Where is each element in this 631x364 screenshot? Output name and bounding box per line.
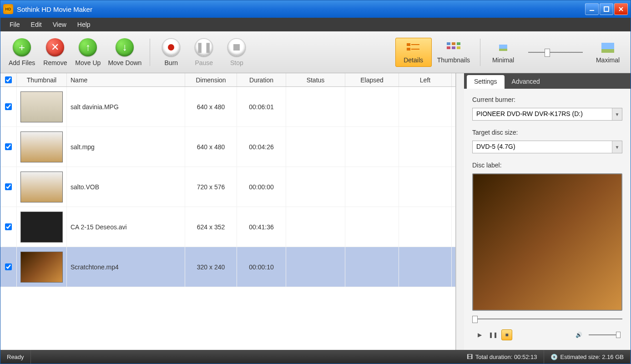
remove-button[interactable]: ✕ Remove: [39, 36, 71, 68]
svg-rect-9: [452, 42, 455, 45]
row-dimension: 320 x 240: [185, 247, 237, 287]
add-files-button[interactable]: ＋ Add Files: [5, 36, 39, 68]
row-status: [286, 247, 345, 287]
move-down-label: Move Down: [108, 59, 141, 66]
zoom-slider[interactable]: [528, 52, 583, 53]
row-checkbox[interactable]: [0, 207, 17, 247]
maximal-icon: [600, 41, 616, 55]
volume-slider[interactable]: [589, 334, 621, 335]
chevron-down-icon: ▼: [612, 108, 622, 120]
menu-help[interactable]: Help: [72, 19, 96, 30]
header-checkbox[interactable]: [0, 73, 17, 86]
pause-icon: ❚❚: [195, 38, 213, 56]
row-checkbox[interactable]: [0, 247, 17, 287]
menu-view[interactable]: View: [47, 19, 72, 30]
minimal-icon: [495, 41, 511, 55]
menubar: File Edit View Help: [0, 18, 631, 31]
view-minimal-button[interactable]: Minimal: [485, 38, 521, 66]
row-name: CA 2-15 Deseos.avi: [67, 207, 185, 247]
row-left: [399, 247, 452, 287]
details-icon: [405, 41, 422, 55]
stop-button[interactable]: Stop: [220, 36, 253, 68]
header-dimension[interactable]: Dimension: [185, 73, 237, 86]
move-down-button[interactable]: ↓ Move Down: [104, 36, 145, 68]
row-checkbox[interactable]: [0, 127, 17, 167]
tab-advanced[interactable]: Advanced: [505, 75, 547, 89]
status-duration: 🎞 Total duration: 00:52:13: [460, 350, 544, 364]
row-status: [286, 207, 345, 247]
table-row[interactable]: CA 2-15 Deseos.avi624 x 35200:41:36: [0, 207, 455, 247]
row-dimension: 640 x 480: [185, 87, 237, 126]
thumbnails-icon: [445, 41, 462, 55]
preview-pause-button[interactable]: ❚❚: [488, 329, 499, 340]
preview-stop-button[interactable]: ■: [501, 329, 512, 340]
header-name[interactable]: Name: [67, 73, 185, 86]
preview-play-button[interactable]: ▶: [474, 329, 485, 340]
disc-icon: 💿: [550, 354, 558, 360]
minimize-button[interactable]: [585, 3, 599, 15]
film-icon: 🎞: [467, 354, 473, 360]
header-left[interactable]: Left: [399, 73, 452, 86]
view-thumbnails-button[interactable]: Thumbnails: [432, 38, 475, 66]
row-elapsed: [345, 207, 399, 247]
row-duration: 00:41:36: [237, 207, 286, 247]
svg-rect-8: [447, 42, 450, 45]
table-body: salt davinia.MPG640 x 48000:06:01salt.mp…: [0, 87, 455, 350]
disc-size-label: Target disc size:: [472, 129, 622, 136]
row-name: Scratchtone.mp4: [67, 247, 185, 287]
row-elapsed: [345, 87, 399, 126]
view-details-button[interactable]: Details: [395, 38, 432, 67]
move-up-button[interactable]: ↑ Move Up: [71, 36, 104, 68]
add-files-label: Add Files: [9, 59, 35, 66]
app-title: Sothink HD Movie Maker: [17, 5, 584, 13]
file-table: Thumbnail Name Dimension Duration Status…: [0, 73, 456, 350]
table-row[interactable]: Scratchtone.mp4320 x 24000:00:10: [0, 247, 455, 287]
header-status[interactable]: Status: [286, 73, 345, 86]
x-icon: ✕: [46, 38, 64, 56]
header-thumbnail[interactable]: Thumbnail: [17, 73, 67, 86]
burner-value: PIONEER DVD-RW DVR-K17RS (D:): [473, 108, 612, 120]
row-thumbnail: [17, 127, 67, 167]
menu-file[interactable]: File: [4, 19, 25, 30]
view-maximal-button[interactable]: Maximal: [590, 38, 626, 66]
table-row[interactable]: salto.VOB720 x 57600:00:00: [0, 167, 455, 207]
maximize-button[interactable]: [600, 3, 613, 15]
stop-label: Stop: [230, 59, 243, 66]
row-checkbox[interactable]: [0, 167, 17, 207]
pause-button[interactable]: ❚❚ Pause: [187, 36, 220, 68]
menu-edit[interactable]: Edit: [25, 19, 47, 30]
row-duration: 00:06:01: [237, 87, 286, 126]
svg-rect-10: [457, 42, 460, 45]
volume-icon[interactable]: 🔊: [573, 329, 584, 340]
svg-rect-15: [499, 49, 507, 51]
row-status: [286, 127, 345, 167]
row-thumbnail: [17, 207, 67, 247]
row-duration: 00:00:10: [237, 247, 286, 287]
row-dimension: 640 x 480: [185, 127, 237, 167]
preview-seek-slider[interactable]: [472, 315, 622, 323]
details-label: Details: [404, 56, 423, 64]
row-checkbox[interactable]: [0, 87, 17, 126]
disc-size-dropdown[interactable]: DVD-5 (4.7G) ▼: [472, 141, 622, 153]
header-elapsed[interactable]: Elapsed: [345, 73, 399, 86]
row-left: [399, 167, 452, 207]
burn-label: Burn: [165, 59, 178, 66]
status-size-text: Estimated size: 2.16 GB: [560, 354, 624, 360]
close-button[interactable]: [614, 3, 628, 15]
row-duration: 00:00:00: [237, 167, 286, 207]
svg-rect-12: [452, 46, 455, 49]
table-row[interactable]: salt.mpg640 x 48000:04:26: [0, 127, 455, 167]
burner-dropdown[interactable]: PIONEER DVD-RW DVR-K17RS (D:) ▼: [472, 108, 622, 121]
svg-rect-6: [407, 48, 410, 51]
row-left: [399, 87, 452, 126]
burn-button[interactable]: Burn: [155, 36, 187, 68]
header-duration[interactable]: Duration: [237, 73, 286, 86]
row-duration: 00:04:26: [237, 127, 286, 167]
tab-settings[interactable]: Settings: [467, 75, 505, 89]
table-row[interactable]: salt davinia.MPG640 x 48000:06:01: [0, 87, 455, 127]
row-dimension: 624 x 352: [185, 207, 237, 247]
toolbar: ＋ Add Files ✕ Remove ↑ Move Up ↓ Move Do…: [0, 31, 631, 73]
svg-rect-4: [407, 43, 410, 46]
vertical-scrollbar[interactable]: [456, 73, 464, 350]
svg-rect-11: [447, 46, 450, 49]
